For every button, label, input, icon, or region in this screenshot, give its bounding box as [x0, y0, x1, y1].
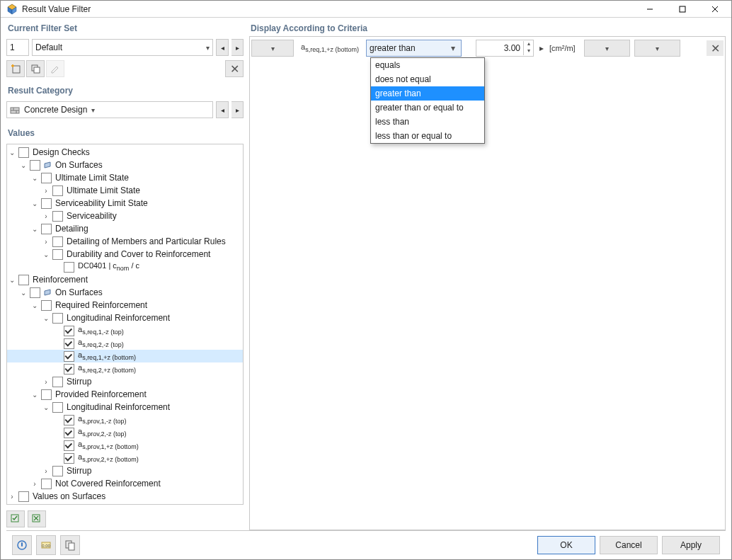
category-next-button[interactable]: ▸: [231, 101, 244, 118]
arrow-right-icon: ▸: [538, 43, 545, 53]
value-step-down[interactable]: ▾: [523, 48, 533, 55]
operator-dropdown[interactable]: equals does not equal greater than great…: [370, 57, 485, 144]
criteria-operator-select[interactable]: greater than ▾: [366, 40, 462, 57]
new-filter-set-button[interactable]: [6, 60, 25, 77]
svg-text:0,00: 0,00: [42, 544, 50, 548]
tree-node-req-1-mz[interactable]: as,req,1,-z (top): [7, 324, 243, 337]
criteria-remove-button[interactable]: ✕: [707, 40, 724, 56]
category-name: Concrete Design: [24, 105, 87, 115]
criteria-extra-select-2[interactable]: ▾: [634, 40, 680, 57]
tree-node-req-stirrup[interactable]: › Stirrup: [7, 375, 243, 388]
tree-node-sls[interactable]: ⌄ Serviceability Limit State: [7, 197, 243, 210]
details-button[interactable]: [12, 535, 32, 555]
tree-node-provided[interactable]: ⌄ Provided Reinforcement: [7, 388, 243, 401]
criteria-row: ▾ as,req,1,+z (bottom) greater than ▾ 3.…: [250, 37, 725, 59]
tree-node-design-checks[interactable]: ⌄ Design Checks: [7, 146, 243, 159]
delete-filter-set-button[interactable]: ✕: [225, 60, 244, 77]
concrete-icon: [10, 105, 20, 115]
ok-button[interactable]: OK: [537, 536, 595, 554]
maximize-button[interactable]: [666, 1, 699, 17]
svg-rect-7: [13, 66, 20, 73]
svg-rect-27: [69, 543, 74, 550]
tree-node-required[interactable]: ⌄ Required Reinforcement: [7, 299, 243, 312]
filter-set-prev-button[interactable]: ◂: [216, 39, 229, 56]
operator-option-less-than[interactable]: less than: [371, 115, 484, 129]
cancel-button[interactable]: Cancel: [600, 536, 658, 554]
tree-node-durability[interactable]: ⌄ Durability and Cover to Reinforcement: [7, 248, 243, 261]
operator-option-greater-than[interactable]: greater than: [371, 86, 484, 101]
window-title: Result Value Filter: [22, 4, 634, 14]
tree-node-reinf-on-surfaces[interactable]: ⌄ On Surfaces: [7, 286, 243, 299]
chevron-down-icon: ▾: [448, 43, 458, 53]
tree-node-req-long[interactable]: ⌄ Longitudinal Reinforcement: [7, 312, 243, 324]
tree-node-not-covered[interactable]: › Not Covered Reinforcement: [7, 477, 243, 490]
tree-node-dc0401[interactable]: DC0401 | cnom / c: [7, 261, 243, 273]
tree-node-uls-child[interactable]: › Ultimate Limit State: [7, 184, 243, 197]
tree-node-req-2-pz[interactable]: as,req,2,+z (bottom): [7, 362, 243, 375]
category-select[interactable]: Concrete Design ▾: [6, 101, 213, 118]
surface-icon: [43, 161, 52, 169]
operator-option-equals[interactable]: equals: [371, 58, 484, 72]
copy-button[interactable]: [60, 535, 80, 555]
category-prev-button[interactable]: ◂: [216, 101, 229, 118]
operator-option-lte[interactable]: less than or equal to: [371, 129, 484, 143]
close-button[interactable]: [699, 1, 731, 17]
criteria-extra-select-1[interactable]: ▾: [584, 40, 630, 57]
tree-node-req-2-mz[interactable]: as,req,2,-z (top): [7, 337, 243, 350]
tree-node-uls[interactable]: ⌄ Ultimate Limit State: [7, 171, 243, 184]
filter-set-select[interactable]: Default ▾: [32, 39, 213, 56]
chevron-down-icon: ▾: [91, 106, 95, 114]
select-all-button[interactable]: [6, 510, 25, 527]
filter-set-next-button[interactable]: ▸: [231, 39, 244, 56]
criteria-logic-select[interactable]: ▾: [251, 40, 294, 57]
criteria-value-input[interactable]: 3.00 ▴ ▾: [476, 40, 534, 57]
criteria-param-label: as,req,1,+z (bottom): [298, 42, 362, 53]
tree-node-prov-1-pz[interactable]: as,prov,1,+z (bottom): [7, 439, 243, 452]
tree-node-prov-stirrup[interactable]: › Stirrup: [7, 464, 243, 477]
tree-node-detailing[interactable]: ⌄ Detailing: [7, 222, 243, 235]
tree-node-sls-child[interactable]: › Serviceability: [7, 210, 243, 222]
values-tree[interactable]: ⌄ Design Checks ⌄ On Surfaces ⌄ Ultimate…: [6, 144, 244, 505]
surface-icon: [43, 288, 52, 297]
rename-filter-set-button: [46, 60, 64, 77]
svg-rect-23: [21, 542, 23, 547]
copy-filter-set-button[interactable]: [26, 60, 45, 77]
tree-node-prov-2-pz[interactable]: as,prov,2,+z (bottom): [7, 452, 243, 464]
tree-node-on-surfaces[interactable]: ⌄ On Surfaces: [7, 159, 243, 171]
filter-set-name: Default: [35, 42, 62, 52]
operator-option-not-equal[interactable]: does not equal: [371, 72, 484, 86]
dialog-footer: 0,00 OK Cancel Apply: [6, 530, 726, 559]
svg-rect-4: [680, 6, 685, 12]
category-heading: Result Category: [6, 84, 244, 98]
svg-rect-11: [34, 67, 40, 73]
filter-set-heading: Current Filter Set: [6, 22, 244, 36]
values-heading: Values: [6, 127, 244, 141]
tree-node-prov-1-mz[interactable]: as,prov,1,-z (top): [7, 413, 243, 426]
apply-button[interactable]: Apply: [662, 536, 720, 554]
operator-option-gte[interactable]: greater than or equal to: [371, 101, 484, 115]
svg-marker-16: [45, 162, 50, 168]
app-icon: [6, 4, 18, 15]
filter-set-index: 1: [6, 39, 29, 56]
tree-node-detailing-child[interactable]: › Detailing of Members and Particular Ru…: [7, 235, 243, 248]
tree-node-values-on-surfaces[interactable]: › Values on Surfaces: [7, 490, 243, 503]
units-button[interactable]: 0,00: [36, 535, 56, 555]
tree-node-req-1-pz[interactable]: as,req,1,+z (bottom): [7, 350, 243, 362]
chevron-down-icon: ▾: [206, 44, 210, 52]
criteria-unit: [cm²/m]: [549, 44, 576, 52]
tree-node-reinforcement[interactable]: ⌄ Reinforcement: [7, 273, 243, 286]
minimize-button[interactable]: [634, 1, 666, 17]
svg-marker-17: [45, 290, 50, 295]
tree-node-prov-2-mz[interactable]: as,prov,2,-z (top): [7, 426, 243, 439]
titlebar: Result Value Filter: [1, 1, 731, 18]
criteria-heading: Display According to Criteria: [249, 22, 726, 36]
tree-node-prov-long[interactable]: ⌄ Longitudinal Reinforcement: [7, 401, 243, 413]
deselect-all-button[interactable]: [28, 510, 46, 527]
